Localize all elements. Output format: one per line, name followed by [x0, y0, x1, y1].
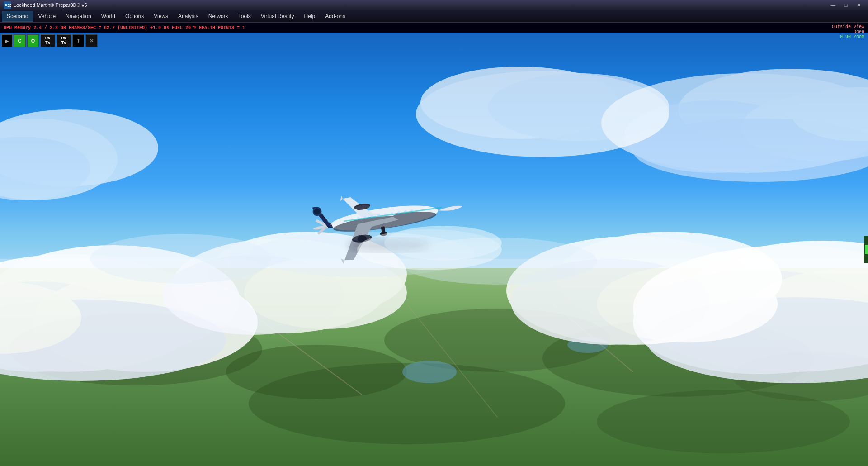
window-title: Lockheed Martin® Prepar3D® v5: [14, 2, 87, 8]
c-button[interactable]: C: [14, 34, 26, 47]
right-info-panel: Outside View Open 0.90 Zoom: [828, 23, 868, 41]
speed-label: Open: [832, 29, 864, 34]
menu-item-options[interactable]: Options: [120, 11, 149, 22]
menu-item-virtual-reality[interactable]: Virtual Reality: [256, 11, 299, 22]
titlebar-left: P3D Lockheed Martin® Prepar3D® v5: [4, 1, 87, 9]
t-button[interactable]: T: [72, 34, 85, 47]
menu-item-help[interactable]: Help: [299, 11, 321, 22]
menu-item-views[interactable]: Views: [149, 11, 173, 22]
o-button[interactable]: O: [27, 34, 39, 47]
x-button[interactable]: ✕: [85, 34, 98, 47]
window-controls: — □ ✕: [827, 1, 864, 9]
menu-item-vehicle[interactable]: Vehicle: [33, 11, 61, 22]
close-button[interactable]: ✕: [853, 1, 864, 9]
menu-item-world[interactable]: World: [96, 11, 120, 22]
menu-bar: Scenario Vehicle Navigation World Option…: [0, 10, 868, 23]
titlebar: P3D Lockheed Martin® Prepar3D® v5 — □ ✕: [0, 0, 868, 10]
radio-button-2[interactable]: Rx Tx: [57, 34, 71, 47]
maximize-button[interactable]: □: [840, 1, 852, 9]
status-text: GPU Memory 2.4 / 3.3 GB FRAMES/SEC = 62.…: [4, 25, 864, 30]
scroll-thumb: [865, 245, 868, 254]
svg-text:P3D: P3D: [5, 3, 11, 8]
status-bar: GPU Memory 2.4 / 3.3 GB FRAMES/SEC = 62.…: [0, 23, 868, 33]
flight-viewport[interactable]: [0, 33, 868, 466]
menu-item-network[interactable]: Network: [203, 11, 233, 22]
menu-item-navigation[interactable]: Navigation: [61, 11, 96, 22]
menu-item-add-ons[interactable]: Add-ons: [320, 11, 350, 22]
menu-item-analysis[interactable]: Analysis: [173, 11, 203, 22]
tx-label-1: Tx: [45, 41, 50, 45]
menu-item-tools[interactable]: Tools: [233, 11, 256, 22]
tx-label-2: Tx: [61, 41, 66, 45]
radio-button-1[interactable]: Rx Tx: [40, 34, 55, 47]
ground-detail: [0, 228, 868, 466]
zoom-label: 0.90 Zoom: [832, 34, 864, 39]
app-icon: P3D: [4, 1, 11, 9]
minimize-button[interactable]: —: [827, 1, 839, 9]
scroll-indicator[interactable]: [864, 236, 868, 263]
play-button[interactable]: ▶: [2, 34, 12, 47]
menu-item-scenario[interactable]: Scenario: [2, 11, 33, 22]
view-label: Outside View: [832, 24, 864, 29]
toolbar: ▶ C O Rx Tx Rx Tx T ✕: [0, 33, 99, 49]
